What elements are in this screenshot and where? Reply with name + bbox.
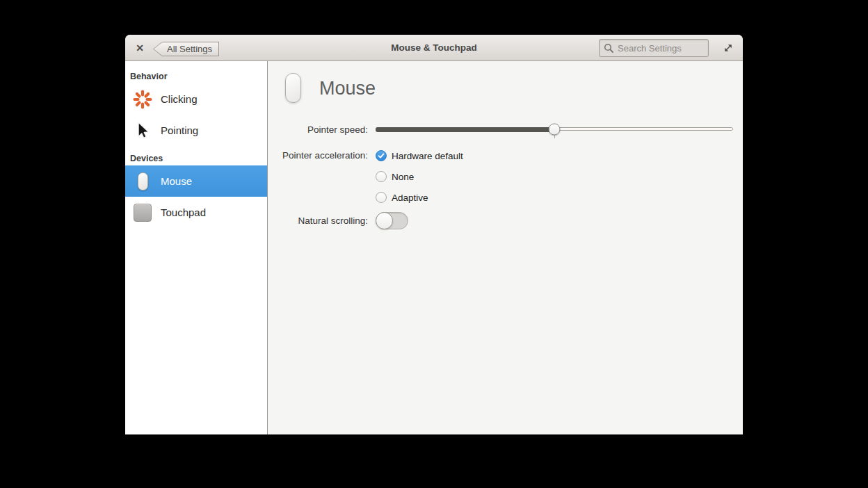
sidebar-header-behavior: Behavior [125,70,267,83]
radio-label: None [392,172,414,182]
cursor-icon [132,119,153,143]
pointer-speed-row: Pointer speed: [268,120,743,138]
radio-adaptive[interactable]: Adaptive [376,187,463,208]
touchpad-icon [132,201,153,225]
sidebar-item-pointing[interactable]: Pointing [125,115,267,146]
natural-scrolling-label: Natural scrolling: [268,215,368,226]
starburst-icon [132,88,153,111]
pointer-speed-label: Pointer speed: [268,124,368,135]
radio-label: Adaptive [392,193,428,203]
radio-hardware-default[interactable]: Hardware default [376,145,463,166]
toggle-knob[interactable] [376,212,393,229]
sidebar-item-label: Pointing [161,124,198,136]
page-header: Mouse [285,73,376,104]
sidebar-header-devices: Devices [125,152,267,165]
maximize-icon[interactable] [722,42,734,54]
sidebar-item-label: Mouse [161,175,192,187]
slider-handle[interactable] [549,124,561,136]
slider-center-tick [554,135,555,138]
check-icon [378,152,385,159]
page-title: Mouse [319,73,376,104]
radio-none[interactable]: None [376,166,463,187]
mouse-icon [132,170,153,193]
pointer-acceleration-row: Pointer acceleration: Hardware default N… [268,145,463,208]
sidebar-item-mouse[interactable]: Mouse [125,165,267,197]
radio-label: Hardware default [392,151,463,161]
radio-checked-icon[interactable] [376,150,387,161]
natural-scrolling-toggle[interactable] [376,212,408,229]
mouse-settings-pane: Mouse Pointer speed: Pointer acceleratio… [268,61,743,434]
pointer-acceleration-label: Pointer acceleration: [268,145,368,166]
titlebar: ✕ All Settings Mouse & Touchpad [125,35,743,61]
slider-fill [376,127,554,132]
natural-scrolling-row: Natural scrolling: [268,211,408,230]
radio-unchecked-icon[interactable] [376,171,387,182]
settings-window: ✕ All Settings Mouse & Touchpad Behavior [125,35,743,434]
sidebar: Behavior [125,61,268,434]
search-input[interactable] [618,43,704,54]
pointer-acceleration-options: Hardware default None Adaptive [376,145,463,208]
search-icon [604,43,613,53]
pointer-speed-slider[interactable] [376,120,733,138]
search-field[interactable] [599,39,709,57]
mouse-icon [285,73,301,103]
sidebar-item-label: Clicking [161,93,198,105]
sidebar-item-touchpad[interactable]: Touchpad [125,197,267,228]
radio-unchecked-icon[interactable] [376,192,387,203]
sidebar-item-clicking[interactable]: Clicking [125,83,267,115]
sidebar-item-label: Touchpad [161,206,206,218]
